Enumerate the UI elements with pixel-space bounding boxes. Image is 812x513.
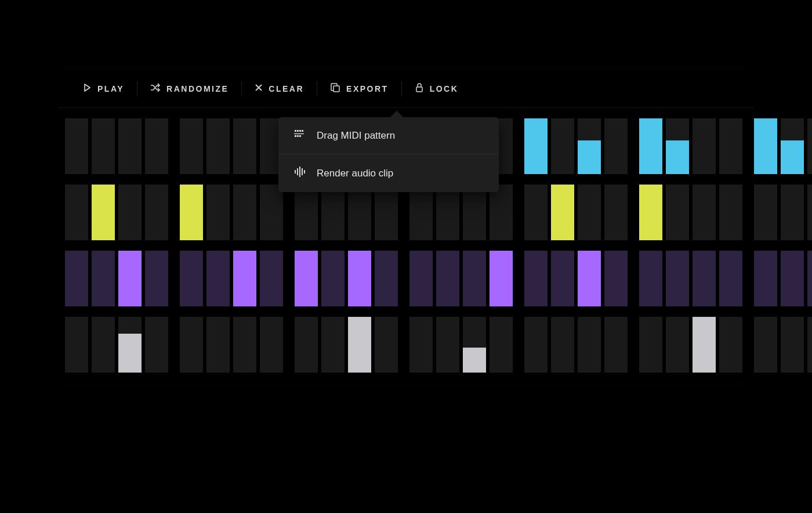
- step-cell[interactable]: [666, 118, 689, 174]
- step-cell[interactable]: [92, 251, 115, 306]
- step-cell[interactable]: [693, 185, 716, 240]
- step-cell[interactable]: [666, 317, 689, 373]
- step-cell[interactable]: [807, 317, 812, 373]
- step-cell[interactable]: [65, 251, 88, 306]
- step-cell[interactable]: [65, 118, 88, 174]
- step-cell[interactable]: [604, 185, 628, 240]
- step-cell[interactable]: [295, 251, 318, 306]
- step-cell[interactable]: [118, 185, 142, 240]
- step-cell[interactable]: [490, 185, 513, 240]
- step-cell[interactable]: [604, 118, 628, 174]
- step-cell[interactable]: [118, 317, 142, 373]
- step-cell[interactable]: [233, 251, 256, 306]
- step-cell[interactable]: [463, 317, 486, 373]
- step-cell[interactable]: [604, 251, 628, 306]
- step-cell[interactable]: [233, 317, 256, 373]
- step-cell[interactable]: [551, 251, 574, 306]
- step-cell[interactable]: [375, 185, 398, 240]
- step-cell[interactable]: [719, 118, 742, 174]
- step-cell[interactable]: [206, 185, 230, 240]
- step-cell[interactable]: [409, 251, 433, 306]
- step-cell[interactable]: [375, 317, 398, 373]
- step-cell[interactable]: [666, 185, 689, 240]
- step-cell[interactable]: [490, 251, 513, 306]
- step-cell[interactable]: [180, 317, 203, 373]
- step-cell[interactable]: [260, 185, 283, 240]
- step-cell[interactable]: [807, 251, 812, 306]
- step-cell[interactable]: [348, 317, 371, 373]
- render-audio-item[interactable]: Render audio clip: [278, 154, 499, 192]
- step-cell[interactable]: [180, 185, 203, 240]
- step-cell[interactable]: [321, 251, 345, 306]
- step-cell[interactable]: [719, 251, 742, 306]
- step-cell[interactable]: [233, 185, 256, 240]
- step-cell[interactable]: [145, 185, 168, 240]
- step-cell[interactable]: [436, 251, 459, 306]
- step-cell[interactable]: [807, 185, 812, 240]
- step-cell[interactable]: [693, 118, 716, 174]
- step-cell[interactable]: [348, 185, 371, 240]
- step-cell[interactable]: [463, 185, 486, 240]
- step-cell[interactable]: [578, 251, 601, 306]
- step-cell[interactable]: [578, 118, 601, 174]
- step-cell[interactable]: [260, 317, 283, 373]
- step-cell[interactable]: [781, 251, 804, 306]
- step-cell[interactable]: [436, 185, 459, 240]
- step-cell[interactable]: [206, 251, 230, 306]
- step-cell[interactable]: [409, 317, 433, 373]
- randomize-button[interactable]: RANDOMIZE: [137, 81, 241, 96]
- drag-midi-item[interactable]: Drag MIDI pattern: [278, 117, 499, 154]
- step-cell[interactable]: [604, 317, 628, 373]
- step-cell[interactable]: [524, 251, 548, 306]
- step-cell[interactable]: [180, 251, 203, 306]
- step-cell[interactable]: [145, 118, 168, 174]
- step-cell[interactable]: [524, 185, 548, 240]
- step-cell[interactable]: [754, 185, 777, 240]
- step-cell[interactable]: [639, 251, 662, 306]
- step-cell[interactable]: [551, 317, 574, 373]
- step-cell[interactable]: [348, 251, 371, 306]
- step-cell[interactable]: [321, 185, 345, 240]
- step-cell[interactable]: [524, 118, 548, 174]
- step-cell[interactable]: [719, 185, 742, 240]
- step-cell[interactable]: [295, 185, 318, 240]
- step-cell[interactable]: [490, 317, 513, 373]
- step-cell[interactable]: [807, 118, 812, 174]
- step-cell[interactable]: [639, 118, 662, 174]
- step-cell[interactable]: [92, 118, 115, 174]
- step-cell[interactable]: [693, 317, 716, 373]
- step-cell[interactable]: [92, 317, 115, 373]
- step-cell[interactable]: [463, 251, 486, 306]
- step-cell[interactable]: [118, 118, 142, 174]
- step-cell[interactable]: [65, 185, 88, 240]
- step-cell[interactable]: [754, 118, 777, 174]
- step-cell[interactable]: [551, 118, 574, 174]
- step-cell[interactable]: [578, 185, 601, 240]
- step-cell[interactable]: [436, 317, 459, 373]
- play-button[interactable]: PLAY: [70, 81, 137, 96]
- step-cell[interactable]: [145, 251, 168, 306]
- step-cell[interactable]: [639, 185, 662, 240]
- step-cell[interactable]: [524, 317, 548, 373]
- export-button[interactable]: EXPORT: [317, 80, 401, 97]
- step-cell[interactable]: [295, 317, 318, 373]
- step-cell[interactable]: [409, 185, 433, 240]
- step-cell[interactable]: [260, 251, 283, 306]
- step-cell[interactable]: [781, 118, 804, 174]
- step-cell[interactable]: [754, 317, 777, 373]
- step-cell[interactable]: [578, 317, 601, 373]
- step-cell[interactable]: [754, 251, 777, 306]
- step-cell[interactable]: [206, 317, 230, 373]
- step-cell[interactable]: [781, 185, 804, 240]
- lock-button[interactable]: LOCK: [402, 80, 472, 97]
- step-cell[interactable]: [321, 317, 345, 373]
- step-cell[interactable]: [719, 317, 742, 373]
- step-cell[interactable]: [693, 251, 716, 306]
- step-cell[interactable]: [639, 317, 662, 373]
- step-cell[interactable]: [781, 317, 804, 373]
- step-cell[interactable]: [118, 251, 142, 306]
- step-cell[interactable]: [180, 118, 203, 174]
- step-cell[interactable]: [92, 185, 115, 240]
- step-cell[interactable]: [233, 118, 256, 174]
- step-cell[interactable]: [551, 185, 574, 240]
